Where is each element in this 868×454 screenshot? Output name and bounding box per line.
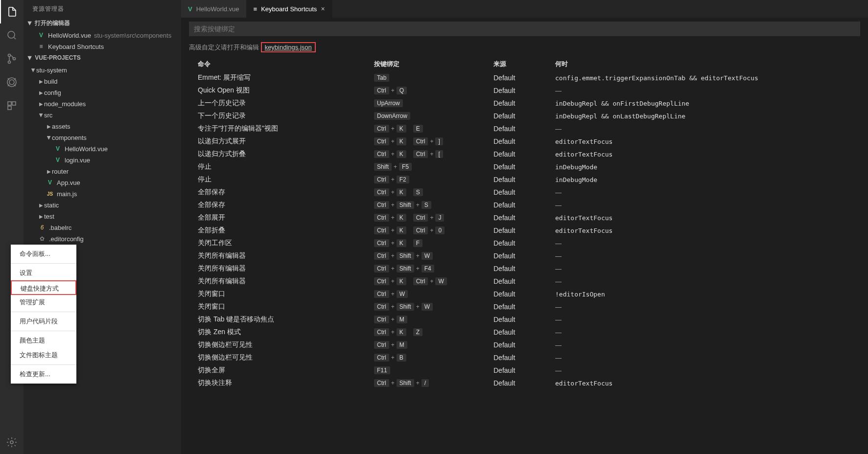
chevron-icon: ▶ <box>38 98 44 110</box>
vue-icon: V <box>188 5 192 13</box>
menu-item[interactable]: 设置 <box>11 266 76 280</box>
shortcut-row[interactable]: 全部保存Ctrl+Shift+SDefault— <box>181 199 868 211</box>
shortcut-row[interactable]: 关闭工作区Ctrl+KFDefault— <box>181 237 868 250</box>
tree-item[interactable]: VHelloWorld.vue <box>23 143 181 155</box>
advanced-hint: 高级自定义请打开和编辑 keybindings.json <box>181 40 868 57</box>
tree-item[interactable]: ▶build <box>23 76 181 87</box>
chevron-icon: ▶ <box>44 135 55 141</box>
menu-item[interactable]: 文件图标主题 <box>11 348 76 363</box>
keybindings-json-link[interactable]: keybindings.json <box>261 42 316 52</box>
settings-context-menu: 命令面板...设置键盘快捷方式管理扩展用户代码片段颜色主题文件图标主题检查更新.… <box>11 245 76 384</box>
tree-item[interactable]: ✿.editorconfig <box>23 233 181 245</box>
activity-bar <box>0 0 23 454</box>
editor-tabs: V HelloWorld.vue ≡ Keyboard Shortcuts × <box>181 0 868 18</box>
menu-item[interactable]: 颜色主题 <box>11 333 76 348</box>
chevron-icon: ▶ <box>38 87 44 98</box>
keyboard-shortcuts-editor: 高级自定义请打开和编辑 keybindings.json 命令 按键绑定 来源 … <box>181 18 868 454</box>
debug-icon[interactable] <box>0 70 23 94</box>
table-header: 命令 按键绑定 来源 何时 <box>181 57 868 71</box>
tab-keyboard-shortcuts[interactable]: ≡ Keyboard Shortcuts × <box>247 0 332 18</box>
tree-item[interactable]: ▶components <box>23 132 181 143</box>
tree-item[interactable]: ▶assets <box>23 121 181 132</box>
tree-item[interactable]: ▶src <box>23 110 181 121</box>
svg-point-9 <box>10 441 13 444</box>
tree-item[interactable]: JSmain.js <box>23 188 181 200</box>
tree-item[interactable]: ▶router <box>23 166 181 177</box>
menu-item[interactable]: 命令面板... <box>11 247 76 261</box>
svg-point-1 <box>8 54 11 57</box>
menu-separator <box>11 312 76 312</box>
tree-item[interactable]: 6.babelrc <box>23 222 181 233</box>
tree-item[interactable]: ▶node_modules <box>23 98 181 110</box>
shortcut-row[interactable]: Quick Open 视图Ctrl+QDefault— <box>181 84 868 97</box>
keybinding-search-input[interactable] <box>189 22 860 36</box>
vue-icon: V <box>37 32 45 40</box>
shortcut-row[interactable]: 关闭窗口Ctrl+WDefault!editorIsOpen <box>181 288 868 300</box>
chevron-icon: ▶ <box>36 113 47 118</box>
shortcut-row[interactable]: 以递归方式折叠Ctrl+KCtrl+[DefaulteditorTextFocu… <box>181 148 868 160</box>
shortcut-row[interactable]: 上一个历史记录UpArrowDefaultinDebugRepl && onFi… <box>181 97 868 110</box>
tree-item[interactable]: ▶stu-system <box>23 65 181 76</box>
sidebar-title: 资源管理器 <box>23 0 181 18</box>
menu-separator <box>11 263 76 264</box>
shortcut-row[interactable]: 切换全屏F11Default— <box>181 364 868 377</box>
menu-item[interactable]: 用户代码片段 <box>11 314 76 329</box>
babel-icon: 6 <box>38 224 46 232</box>
close-icon[interactable]: × <box>321 5 325 13</box>
shortcut-row[interactable]: 专注于"打开的编辑器"视图Ctrl+KEDefault— <box>181 122 868 135</box>
open-editor-item[interactable]: V HelloWorld.vue stu-system\src\componen… <box>23 30 181 41</box>
menu-item[interactable]: 键盘快捷方式 <box>11 280 76 295</box>
chevron-icon: ▶ <box>46 121 52 132</box>
shortcut-row[interactable]: 切换块注释Ctrl+Shift+/DefaulteditorTextFocus <box>181 377 868 389</box>
gear-icon[interactable] <box>0 431 23 454</box>
chevron-icon: ▶ <box>38 76 44 87</box>
explorer-sidebar: 资源管理器 ▶ 打开的编辑器 V HelloWorld.vue stu-syst… <box>23 0 181 454</box>
source-control-icon[interactable] <box>0 47 23 70</box>
shortcut-row[interactable]: 关闭窗口Ctrl+Shift+WDefault— <box>181 300 868 313</box>
svg-point-2 <box>8 61 11 64</box>
tree-item[interactable]: ▶static <box>23 200 181 211</box>
vue-icon: V <box>54 145 62 153</box>
shortcut-row[interactable]: 全部折叠Ctrl+KCtrl+0DefaulteditorTextFocus <box>181 224 868 237</box>
shortcut-row[interactable]: 全部保存Ctrl+KSDefault— <box>181 186 868 199</box>
open-editors-header[interactable]: ▶ 打开的编辑器 <box>23 18 181 29</box>
menu-item[interactable]: 管理扩展 <box>11 295 76 310</box>
tree-item[interactable]: ▶test <box>23 211 181 222</box>
svg-rect-7 <box>12 102 16 105</box>
shortcut-row[interactable]: 关闭所有编辑器Ctrl+KCtrl+WDefault— <box>181 275 868 288</box>
shortcut-row[interactable]: 切换侧边栏可见性Ctrl+BDefault— <box>181 351 868 364</box>
tree-item[interactable]: ▶config <box>23 87 181 98</box>
shortcut-row[interactable]: 以递归方式展开Ctrl+KCtrl+]DefaulteditorTextFocu… <box>181 135 868 148</box>
chevron-icon: ▶ <box>38 200 44 211</box>
shortcut-row[interactable]: 停止Ctrl+F2DefaultinDebugMode <box>181 173 868 186</box>
chevron-icon: ▶ <box>46 166 52 177</box>
vue-icon: V <box>54 157 62 164</box>
vue-icon: V <box>46 179 54 187</box>
gear-icon: ✿ <box>38 235 46 243</box>
chevron-icon: ▶ <box>28 68 39 73</box>
shortcut-row[interactable]: Emmet: 展开缩写TabDefaultconfig.emmet.trigge… <box>181 71 868 84</box>
tree-item[interactable]: Vlogin.vue <box>23 155 181 166</box>
search-icon[interactable] <box>0 23 23 47</box>
menu-separator <box>11 364 76 365</box>
menu-separator <box>11 331 76 331</box>
shortcut-row[interactable]: 停止Shift+F5DefaultinDebugMode <box>181 160 868 173</box>
svg-point-0 <box>8 31 15 38</box>
open-editor-item[interactable]: ≡ Keyboard Shortcuts <box>23 41 181 52</box>
extensions-icon[interactable] <box>0 94 23 117</box>
shortcut-row[interactable]: 切换 Tab 键是否移动焦点Ctrl+MDefault— <box>181 313 868 326</box>
menu-item[interactable]: 检查更新... <box>11 367 76 382</box>
explorer-icon[interactable] <box>0 0 23 23</box>
shortcut-row[interactable]: 全部展开Ctrl+KCtrl+JDefaulteditorTextFocus <box>181 211 868 224</box>
svg-point-5 <box>9 80 14 85</box>
tab-helloworld[interactable]: V HelloWorld.vue <box>181 0 247 18</box>
tree-item[interactable]: VApp.vue <box>23 177 181 188</box>
chevron-icon: ▶ <box>38 211 44 222</box>
shortcut-row[interactable]: 切换侧边栏可见性Ctrl+MDefault— <box>181 339 868 351</box>
shortcut-row[interactable]: 下一个历史记录DownArrowDefaultinDebugRepl && on… <box>181 110 868 122</box>
shortcut-row[interactable]: 关闭所有编辑器Ctrl+Shift+WDefault— <box>181 250 868 262</box>
project-header[interactable]: ▶ VUE-PROJECTS <box>23 52 181 64</box>
shortcut-row[interactable]: 关闭所有编辑器Ctrl+Shift+F4Default— <box>181 262 868 275</box>
svg-rect-6 <box>8 102 11 105</box>
shortcut-row[interactable]: 切换 Zen 模式Ctrl+KZDefault— <box>181 326 868 339</box>
